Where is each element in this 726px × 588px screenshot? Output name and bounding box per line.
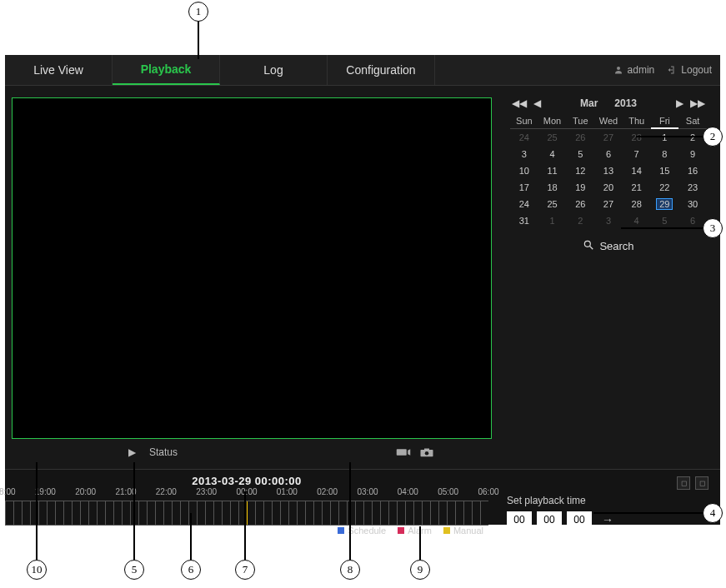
callout-1: 1 (188, 2, 208, 22)
search-button[interactable]: Search (510, 239, 707, 253)
svg-rect-1 (397, 449, 407, 456)
cal-next-year[interactable]: ▶▶ (688, 97, 707, 109)
calendar-panel: ◀◀ ◀ Mar 2013 ▶ ▶▶ SunMonTueWedThuFriSat… (492, 86, 720, 477)
cal-dow: Thu (623, 114, 651, 128)
timeline-tick: 03:00 (357, 487, 378, 496)
calendar-day[interactable]: 25 (538, 196, 567, 212)
calendar-day[interactable]: 17 (510, 179, 538, 196)
callout-7: 7 (235, 560, 255, 580)
playback-ss-input[interactable] (567, 511, 592, 528)
calendar-day[interactable]: 13 (594, 162, 623, 179)
zoom-out-icon[interactable]: ◻ (677, 476, 690, 490)
user-name: admin (613, 64, 655, 76)
timeline-tick: 06:00 (478, 487, 498, 496)
timeline-tick: 05:00 (438, 487, 458, 496)
calendar-day[interactable]: 24 (510, 196, 538, 212)
calendar-day[interactable]: 25 (538, 128, 567, 146)
calendar-day[interactable]: 10 (510, 162, 538, 179)
play-button[interactable]: ▶ (128, 446, 136, 458)
callout-6: 6 (181, 560, 201, 580)
cal-dow: Tue (566, 114, 594, 128)
timeline-tick-labels: 18:0019:0020:0021:0022:0023:0000:0001:00… (5, 487, 488, 497)
calendar-day[interactable]: 3 (594, 212, 623, 229)
calendar-day[interactable]: 23 (678, 179, 707, 196)
calendar-day[interactable]: 28 (623, 128, 651, 146)
calendar-day[interactable]: 14 (623, 162, 651, 179)
cal-dow: Mon (538, 114, 567, 128)
callout-line-3 (621, 227, 704, 229)
timeline[interactable]: 2013-03-29 00:00:00 18:0019:0020:0021:00… (5, 470, 488, 525)
callout-3: 3 (703, 218, 723, 238)
calendar-day[interactable]: 19 (566, 179, 594, 196)
calendar-day[interactable]: 1 (538, 212, 567, 229)
cal-month-label: Mar (580, 97, 598, 109)
timeline-ruler[interactable] (5, 501, 488, 526)
svg-line-6 (590, 247, 593, 250)
cal-prev-year[interactable]: ◀◀ (510, 97, 528, 109)
calendar-day[interactable]: 26 (566, 128, 594, 146)
calendar-grid[interactable]: SunMonTueWedThuFriSat 242526272812345678… (510, 114, 707, 229)
calendar-day[interactable]: 16 (678, 162, 707, 179)
calendar-day[interactable]: 30 (678, 196, 707, 212)
calendar-day[interactable]: 7 (623, 146, 651, 162)
calendar-day[interactable]: 1 (651, 128, 679, 146)
calendar-day[interactable]: 5 (566, 146, 594, 162)
clip-icon[interactable] (396, 446, 411, 458)
timeline-tick: 18:00 (0, 487, 16, 496)
tab-configuration[interactable]: Configuration (328, 55, 435, 85)
timeline-tick: 19:00 (35, 487, 56, 496)
callout-line-1 (198, 22, 199, 59)
user-label: admin (628, 64, 655, 76)
playback-hh-input[interactable] (507, 511, 532, 528)
timeline-tick: 00:00 (236, 487, 257, 496)
logout-button[interactable]: Logout (666, 64, 712, 76)
calendar-day[interactable]: 22 (651, 179, 679, 196)
calendar-day[interactable]: 20 (594, 179, 623, 196)
playback-controls-bar: ▶ Status (12, 439, 492, 462)
cal-dow: Sat (678, 114, 707, 128)
callout-line-8 (349, 462, 351, 561)
callout-line-9 (419, 526, 421, 561)
calendar-day[interactable]: 6 (594, 146, 623, 162)
tab-live-view[interactable]: Live View (5, 55, 113, 85)
calendar-day[interactable]: 27 (594, 196, 623, 212)
playback-video-pane[interactable] (12, 97, 492, 439)
tab-playback[interactable]: Playback (113, 55, 220, 85)
calendar-day[interactable]: 4 (623, 212, 651, 229)
playback-go-button[interactable]: → (597, 513, 618, 526)
timeline-tick: 22:00 (156, 487, 177, 496)
calendar-day[interactable]: 21 (623, 179, 651, 196)
calendar-day[interactable]: 28 (623, 196, 651, 212)
cal-dow: Fri (651, 114, 679, 128)
calendar-day[interactable]: 11 (538, 162, 567, 179)
legend-manual: Manual (453, 526, 483, 536)
cal-next-month[interactable]: ▶ (674, 97, 685, 109)
calendar-day[interactable]: 2 (566, 212, 594, 229)
playback-time-inputs: → (507, 511, 708, 528)
calendar-day[interactable]: 9 (678, 146, 707, 162)
calendar-day[interactable]: 27 (594, 128, 623, 146)
calendar-day[interactable]: 18 (538, 179, 567, 196)
timeline-tick: 02:00 (317, 487, 338, 496)
tab-log[interactable]: Log (220, 55, 328, 85)
callout-line-6 (190, 513, 192, 561)
calendar-day[interactable]: 12 (566, 162, 594, 179)
cal-prev-month[interactable]: ◀ (532, 97, 543, 109)
snapshot-icon[interactable] (419, 446, 434, 458)
callout-line-2 (636, 136, 704, 137)
calendar-day[interactable]: 31 (510, 212, 538, 229)
calendar-day[interactable]: 8 (651, 146, 679, 162)
calendar-day[interactable]: 26 (566, 196, 594, 212)
calendar-day[interactable]: 15 (651, 162, 679, 179)
playback-mm-input[interactable] (537, 511, 562, 528)
timeline-play-cursor[interactable] (247, 501, 248, 525)
calendar-day[interactable]: 24 (510, 128, 538, 146)
calendar-day[interactable]: 29 (651, 196, 679, 212)
calendar-day[interactable]: 5 (651, 212, 679, 229)
timeline-tick: 20:00 (75, 487, 96, 496)
calendar-day[interactable]: 4 (538, 146, 567, 162)
zoom-in-icon[interactable]: ◻ (695, 476, 708, 490)
calendar-day[interactable]: 3 (510, 146, 538, 162)
set-playback-time-label: Set playback time (507, 495, 708, 506)
search-icon (583, 239, 594, 253)
